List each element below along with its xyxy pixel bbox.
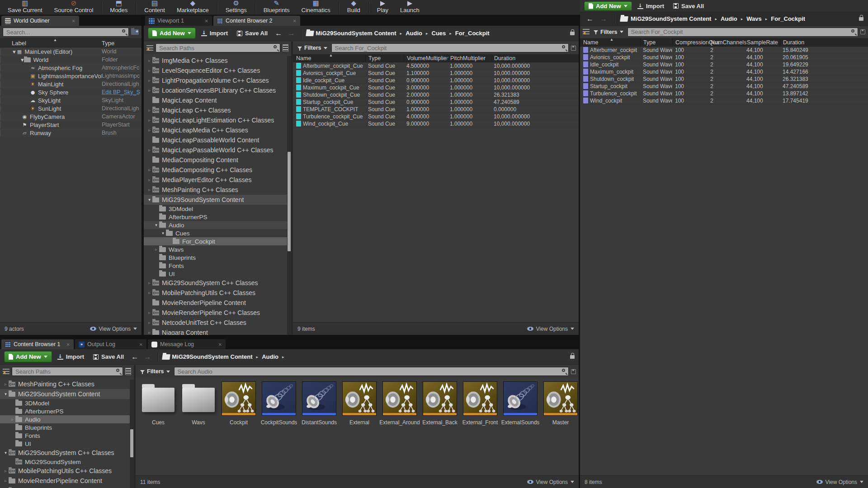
view-options-button[interactable]: View Options <box>90 326 137 332</box>
tab-message-log[interactable]: Message Log✕ <box>148 339 226 349</box>
expander-icon[interactable]: ▹ <box>146 178 152 182</box>
tab-content-browser-1[interactable]: Content Browser 1✕ <box>1 339 74 349</box>
back-arrow[interactable]: ← <box>129 353 140 361</box>
tree-item[interactable]: Fonts <box>144 262 291 270</box>
toolbar-item-settings[interactable]: ⚙Settings <box>220 1 253 14</box>
expander-icon[interactable]: ▹ <box>146 58 152 63</box>
asset-row[interactable]: Maximum_cockpit_CueSound Cue3.0000001.00… <box>293 84 579 91</box>
scrollbar-thumb[interactable] <box>288 152 291 251</box>
breadcrumb-segment[interactable]: For_Cockpit <box>455 30 490 37</box>
toolbar-item-modes[interactable]: ⬒Modes <box>104 1 133 14</box>
expander-icon[interactable]: ▹ <box>146 320 152 325</box>
asset-row[interactable]: Startup_cockpit_CueSound Cue0.9000001.00… <box>293 99 579 106</box>
right-asset-search-input[interactable] <box>627 28 858 37</box>
tree-item[interactable]: ▹C++LocationServicesBPLibrary C++ Classe… <box>144 85 291 95</box>
lock-icon[interactable] <box>570 32 575 35</box>
tree-item[interactable]: Fonts <box>0 432 134 440</box>
view-options-button[interactable]: View Options <box>527 479 574 485</box>
outliner-row[interactable]: ◉FlybyCameraCameraActor <box>0 113 142 121</box>
column-header-volumemultiplier[interactable]: VolumeMultiplier <box>404 54 447 62</box>
back-arrow[interactable]: ← <box>585 15 595 23</box>
column-header-duration[interactable]: Duration <box>780 38 868 46</box>
filters-button[interactable]: Filters <box>296 45 329 51</box>
outliner-row[interactable]: ●Sky SphereEdit BP_Sky_S <box>0 88 142 96</box>
tree-item[interactable]: Blueprints <box>0 423 134 432</box>
tree-item[interactable]: 3DModel <box>0 399 134 407</box>
expander-icon[interactable]: ▹ <box>146 148 152 152</box>
expander-icon[interactable]: ▾ <box>3 392 9 396</box>
asset-row[interactable]: Turbulence_cockpitSound Wave100244,10013… <box>580 90 868 97</box>
outliner-row[interactable]: ☁SkyLightSkyLight <box>0 96 142 104</box>
tree-item[interactable]: ▹C++MobilePatchingUtils C++ Classes <box>0 466 134 476</box>
tree-item[interactable]: ▹C++MovieRenderPipeline C++ Classes <box>0 486 134 488</box>
visibility-eye-icon[interactable] <box>0 80 1 88</box>
search-paths-input[interactable] <box>156 43 280 52</box>
toolbar-item-save-current[interactable]: ▥Save Current <box>2 1 48 14</box>
forward-arrow[interactable]: → <box>286 29 297 38</box>
close-icon[interactable]: ✕ <box>67 19 75 23</box>
save-search-icon[interactable] <box>571 369 576 374</box>
visibility-eye-icon[interactable] <box>0 89 1 96</box>
toolbar-item-blueprints[interactable]: ✎Blueprints <box>258 1 296 14</box>
expander-icon[interactable]: ▹ <box>146 68 152 73</box>
tree-item[interactable]: UI <box>144 270 291 278</box>
save-all-button[interactable]: Save All <box>670 1 708 11</box>
visibility-eye-icon[interactable] <box>0 129 1 137</box>
import-button[interactable]: ↓ Import <box>54 352 88 362</box>
search-paths-input[interactable] <box>12 367 123 376</box>
breadcrumb-segment[interactable]: For_Cockpit <box>771 15 805 22</box>
asset-row[interactable]: Wind_cockpit_CueSound Cue9.0000001.00000… <box>293 120 579 127</box>
asset-tile-wavs[interactable]: Wavs <box>180 381 217 426</box>
tree-item[interactable]: ▹C++ImgMedia C++ Classes <box>144 56 291 66</box>
expander-icon[interactable]: ▹ <box>146 291 152 295</box>
toolbar-item-marketplace[interactable]: ◆Marketplace <box>171 1 215 14</box>
tree-item[interactable]: ▹C++MagicLeapMedia C++ Classes <box>144 125 291 135</box>
tree-item[interactable]: ▹C++LevelSequenceEditor C++ Classes <box>144 66 291 75</box>
scrollbar-track[interactable] <box>130 380 134 488</box>
scrollbar-thumb[interactable] <box>130 429 133 457</box>
expander-icon[interactable]: ▹ <box>3 479 9 483</box>
asset-tile-cues[interactable]: Cues <box>140 381 176 426</box>
tree-item[interactable]: ▹C++MediaCompositing C++ Classes <box>144 165 291 175</box>
asset-row[interactable]: Idle_cockpit_CueSound Cue0.9000001.00000… <box>293 77 579 84</box>
tree-item[interactable]: ▹C++NetcodeUnitTest C++ Classes <box>144 318 291 328</box>
tree-item[interactable]: ▹C++MovieRenderPipeline C++ Classes <box>144 308 291 318</box>
asset-tile-external[interactable]: External <box>341 381 377 426</box>
expander-icon[interactable]: ▹ <box>146 118 152 122</box>
expander-icon[interactable]: ▾ <box>146 197 152 202</box>
asset-tile-distantsounds[interactable]: DistantSounds <box>301 381 337 426</box>
asset-row[interactable]: Shutdown_cockpitSound Wave100244,10026.3… <box>580 75 868 83</box>
save-all-button[interactable]: Save All <box>233 28 271 38</box>
back-arrow[interactable]: ← <box>273 29 284 38</box>
expander-icon[interactable]: ▾ <box>3 450 9 455</box>
save-all-button[interactable]: Save All <box>90 352 127 362</box>
tree-item[interactable]: ▾C++MiG29SoundSystem C++ Classes <box>0 448 134 458</box>
close-icon[interactable]: ✕ <box>200 19 208 23</box>
tree-item[interactable]: ▾MiG29SoundSystem Content <box>0 389 134 399</box>
breadcrumb-segment[interactable]: Cues <box>432 30 446 37</box>
tree-item[interactable]: ▹C++MeshPainting C++ Classes <box>144 185 291 195</box>
outliner-search-input[interactable] <box>3 28 129 37</box>
tree-item[interactable]: ▹C++MagicLeap C++ Classes <box>144 105 291 115</box>
lock-icon[interactable] <box>859 17 863 21</box>
expander-icon[interactable]: ▹ <box>146 188 152 192</box>
tree-item[interactable]: ▹C++MagicLeapLightEstimation C++ Classes <box>144 115 291 125</box>
expander-icon[interactable]: ▹ <box>146 88 152 93</box>
visibility-eye-icon[interactable] <box>0 113 1 121</box>
expander-icon[interactable]: ▹ <box>146 108 152 113</box>
expander-icon[interactable]: ▾ <box>21 56 24 63</box>
tree-item[interactable]: 3DModel <box>144 205 291 213</box>
tree-item[interactable]: AfterburnerPS <box>0 407 134 415</box>
expander-icon[interactable]: ▹ <box>146 128 152 132</box>
sources-toggle-icon[interactable] <box>583 29 590 35</box>
outliner-row[interactable]: ▾▦MainLevel (Editor)World <box>0 47 142 56</box>
breadcrumb-segment[interactable]: Audio <box>262 353 278 360</box>
breadcrumb-segment[interactable]: MiG29SoundSystem Content <box>172 353 252 360</box>
asset-row[interactable]: Afterburner_cockpitSound Wave100244,1001… <box>580 47 868 54</box>
close-icon[interactable]: ✕ <box>288 19 297 23</box>
sources-toggle-icon[interactable] <box>146 45 153 51</box>
scrollbar-track[interactable] <box>287 56 291 335</box>
asset-row[interactable]: Wind_cockpitSound Wave100244,10017.74541… <box>580 97 868 104</box>
tree-item[interactable]: For_Cockpit <box>144 237 291 245</box>
save-search-icon[interactable] <box>571 46 576 51</box>
